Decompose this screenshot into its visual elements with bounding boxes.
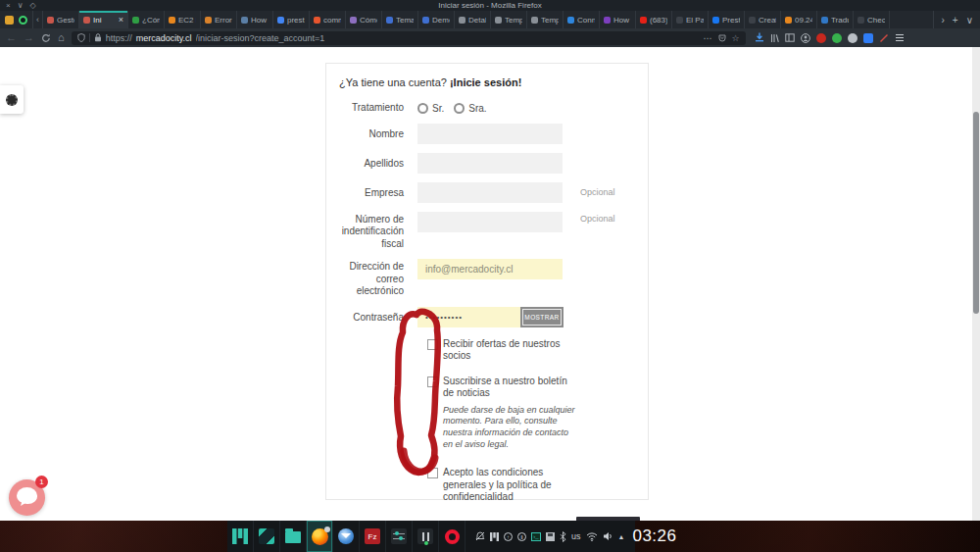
browser-tab-12[interactable]: Templat <box>491 11 527 28</box>
terms-checkbox[interactable] <box>427 468 438 478</box>
url-bar[interactable]: https://mercadocity.cl/iniciar-sesion?cr… <box>72 31 746 45</box>
disk-tray-icon[interactable] <box>546 532 555 541</box>
browser-tab-13[interactable]: Templat <box>527 11 564 28</box>
terminal-tray-icon[interactable]: ›_ <box>531 532 541 541</box>
tab-favicon <box>495 17 502 24</box>
taskbar-settings-icon[interactable] <box>386 521 413 552</box>
window-minimize-icon[interactable]: ∨ <box>18 2 24 10</box>
taskbar-volume-mixer-icon[interactable] <box>413 521 439 552</box>
browser-tab-2[interactable]: ¿Cóm <box>128 11 165 28</box>
nombre-label: Nombre <box>339 124 417 141</box>
browser-tab-19[interactable]: Creat <box>745 11 781 28</box>
browser-tab-11[interactable]: Detalles <box>455 11 491 28</box>
browser-tab-17[interactable]: El Pa <box>672 11 709 28</box>
library-icon[interactable] <box>770 33 779 43</box>
pinned-tab-key-icon[interactable] <box>5 16 14 25</box>
extension-green-icon[interactable] <box>832 33 842 43</box>
newsletter-label: Suscribirse a nuestro boletín de noticia… <box>443 376 567 399</box>
browser-tab-16[interactable]: (683) <box>636 11 672 28</box>
browser-tab-5[interactable]: How t <box>237 11 273 28</box>
tab-label: comm <box>323 16 341 25</box>
login-link[interactable]: ¡Inicie sesión! <box>450 76 521 88</box>
home-icon[interactable]: ⌂ <box>58 32 65 43</box>
reload-icon[interactable] <box>41 33 51 43</box>
scrollbar-thumb[interactable] <box>973 112 979 314</box>
page-scrollbar[interactable] <box>972 47 980 521</box>
empresa-input[interactable] <box>417 182 563 203</box>
field-row-apellidos: Apellidos <box>339 153 640 174</box>
sidebar-toggle-icon[interactable] <box>785 33 795 42</box>
wifi-icon[interactable] <box>586 532 598 541</box>
browser-tab-7[interactable]: comm <box>310 11 346 28</box>
browser-tab-10[interactable]: Demo <box>418 11 455 28</box>
tab-label: How t <box>613 16 631 25</box>
nombre-input[interactable] <box>417 124 563 144</box>
padlock-icon[interactable] <box>94 33 102 42</box>
taskbar-opera-icon[interactable] <box>439 521 466 552</box>
browser-tab-3[interactable]: EC2 N <box>165 11 201 28</box>
tab-scroll-right-icon[interactable]: › <box>941 15 944 25</box>
pinned-tabs <box>0 11 33 28</box>
newsletter-checkbox[interactable] <box>427 376 438 387</box>
password-input[interactable]: •••••••••• <box>417 307 520 327</box>
bookmark-star-icon[interactable]: ☆ <box>732 33 740 43</box>
menu-hamburger-icon[interactable] <box>895 33 905 42</box>
pause-tray-icon[interactable]: ‖ <box>517 532 526 541</box>
downloads-icon[interactable] <box>755 32 764 43</box>
browser-tab-0[interactable]: Gesto <box>43 11 79 28</box>
back-icon[interactable]: ← <box>6 32 17 43</box>
browser-tab-22[interactable]: Chec <box>854 11 890 28</box>
tab-label: Prest <box>722 16 740 25</box>
manjaro-tray-icon[interactable] <box>490 532 499 541</box>
forward-icon[interactable]: → <box>24 32 34 43</box>
updates-tray-icon[interactable]: ↑ <box>504 532 513 541</box>
browser-tab-14[interactable]: Conn <box>564 11 600 28</box>
show-password-button[interactable]: MOSTRAR <box>520 307 564 327</box>
browser-tab-1[interactable]: Ini× <box>79 11 128 28</box>
new-tab-button[interactable]: + <box>953 15 958 25</box>
page-actions-icon[interactable]: ⋯ <box>704 33 712 43</box>
offers-checkbox[interactable] <box>427 339 438 350</box>
tray-expand-icon[interactable]: ▲ <box>618 533 625 540</box>
taskbar-manjaro-menu-icon[interactable] <box>227 521 254 552</box>
account-icon[interactable] <box>801 33 810 43</box>
email-input[interactable]: info@mercadocity.cl <box>417 259 563 279</box>
translate-extension-icon[interactable] <box>863 33 873 43</box>
browser-tab-6[interactable]: prest <box>273 11 310 28</box>
save-to-pocket-icon[interactable] <box>718 34 726 42</box>
browser-tab-18[interactable]: Prest <box>709 11 745 28</box>
apellidos-input[interactable] <box>417 153 563 174</box>
tab-dropdown-icon[interactable]: ∨ <box>966 15 973 25</box>
keyboard-layout-indicator[interactable]: us <box>571 531 581 541</box>
taskbar-file-manager-icon[interactable] <box>280 521 307 552</box>
chat-widget[interactable]: 1 <box>9 479 45 516</box>
taskbar-firefox-icon[interactable] <box>307 521 333 552</box>
window-maximize-icon[interactable]: ◇ <box>30 2 36 10</box>
accessibility-widget[interactable] <box>0 85 24 114</box>
radio-sr[interactable] <box>417 103 428 114</box>
tab-scroll-left-icon[interactable]: ‹ <box>33 11 43 28</box>
clock[interactable]: 03:26 <box>632 527 676 546</box>
tab-close-icon[interactable]: × <box>119 15 123 25</box>
radio-sra[interactable] <box>454 103 465 114</box>
tab-label: 09.24 <box>795 16 812 25</box>
window-close-icon[interactable]: × <box>6 2 11 10</box>
adblock-plus-icon[interactable] <box>816 33 826 43</box>
tracking-protection-icon[interactable] <box>77 33 85 42</box>
ghostery-icon[interactable] <box>848 33 858 43</box>
browser-tab-21[interactable]: Tradu <box>817 11 854 28</box>
notifications-muted-icon[interactable] <box>475 531 485 541</box>
pinned-tab-green-icon[interactable] <box>19 16 27 25</box>
browser-tab-20[interactable]: 09.24 <box>781 11 817 28</box>
browser-tab-9[interactable]: Tema <box>382 11 418 28</box>
taskbar-filezilla-icon[interactable]: Fz <box>360 521 386 552</box>
bluetooth-icon[interactable] <box>560 531 566 542</box>
annotate-pencil-icon[interactable] <box>879 33 889 43</box>
taskbar-thunderbird-icon[interactable] <box>333 521 360 552</box>
nif-input[interactable] <box>417 212 563 232</box>
taskbar-code-editor-icon[interactable] <box>254 521 280 552</box>
volume-icon[interactable] <box>603 531 613 541</box>
browser-tab-4[interactable]: Error <box>201 11 237 28</box>
browser-tab-8[interactable]: Cómo <box>346 11 382 28</box>
browser-tab-15[interactable]: How t <box>600 11 636 28</box>
